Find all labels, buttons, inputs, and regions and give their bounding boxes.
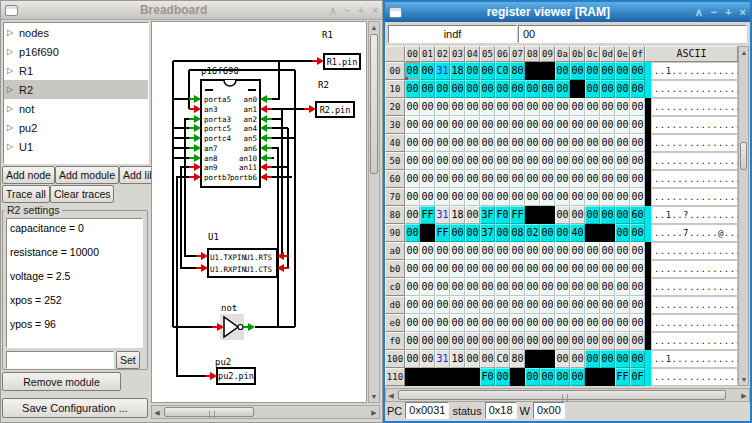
ram-cell-30-11[interactable]: 00 <box>570 116 585 134</box>
register-value-field[interactable]: 00 <box>518 25 747 43</box>
tree-item-pu2[interactable]: ▷pu2 <box>4 118 148 137</box>
ram-cell-70-12[interactable]: 00 <box>585 188 600 206</box>
ram-cell-50-10[interactable]: 00 <box>555 152 570 170</box>
ram-cell-90-3[interactable]: 00 <box>450 224 465 242</box>
maximize-icon[interactable]: + <box>358 5 364 16</box>
ram-cell-10-5[interactable]: 00 <box>480 80 495 98</box>
ram-cell-40-1[interactable]: 00 <box>420 134 435 152</box>
canvas-horizontal-scrollbar[interactable]: ◀ ▶ <box>151 405 380 419</box>
ram-cell-80-11[interactable]: 00 <box>570 206 585 224</box>
ram-cell-70-8[interactable]: 00 <box>525 188 540 206</box>
ram-cell-80-6[interactable]: F0 <box>495 206 510 224</box>
ram-cell-d0-14[interactable]: 00 <box>615 296 630 314</box>
ram-cell-a0-3[interactable]: 00 <box>450 242 465 260</box>
ram-cell-90-9[interactable]: 00 <box>540 224 555 242</box>
ram-cell-110-10[interactable]: 00 <box>555 368 570 386</box>
ram-cell-90-7[interactable]: 08 <box>510 224 525 242</box>
ram-cell-20-12[interactable]: 00 <box>585 98 600 116</box>
ram-cell-60-8[interactable]: 00 <box>525 170 540 188</box>
expander-icon[interactable]: ▷ <box>7 142 19 151</box>
ram-cell-c0-3[interactable]: 00 <box>450 278 465 296</box>
ram-cell-10-2[interactable]: 00 <box>435 80 450 98</box>
ram-cell-10-15[interactable]: 00 <box>630 80 645 98</box>
ram-cell-f0-7[interactable]: 00 <box>510 332 525 350</box>
ram-cell-d0-6[interactable]: 00 <box>495 296 510 314</box>
ram-cell-90-6[interactable]: 00 <box>495 224 510 242</box>
ram-cell-b0-3[interactable]: 00 <box>450 260 465 278</box>
ram-cell-100-2[interactable]: 31 <box>435 350 450 368</box>
ram-cell-100-9[interactable] <box>540 350 555 368</box>
ram-cell-20-13[interactable]: 00 <box>600 98 615 116</box>
ram-cell-c0-13[interactable]: 00 <box>600 278 615 296</box>
ram-cell-80-14[interactable]: 00 <box>615 206 630 224</box>
ram-cell-110-7[interactable] <box>510 368 525 386</box>
ram-cell-30-13[interactable]: 00 <box>600 116 615 134</box>
ram-cell-00-5[interactable]: 00 <box>480 62 495 80</box>
ram-cell-c0-2[interactable]: 00 <box>435 278 450 296</box>
scroll-down-icon[interactable]: ▼ <box>739 374 749 385</box>
ram-cell-a0-13[interactable]: 00 <box>600 242 615 260</box>
ram-cell-70-2[interactable]: 00 <box>435 188 450 206</box>
ram-cell-30-14[interactable]: 00 <box>615 116 630 134</box>
ram-cell-00-14[interactable]: 00 <box>615 62 630 80</box>
ram-cell-e0-2[interactable]: 00 <box>435 314 450 332</box>
ram-cell-a0-5[interactable]: 00 <box>480 242 495 260</box>
scroll-right-icon[interactable]: ▶ <box>739 390 749 401</box>
ram-cell-00-10[interactable]: 00 <box>555 62 570 80</box>
ram-cell-40-8[interactable]: 00 <box>525 134 540 152</box>
ram-cell-d0-2[interactable]: 00 <box>435 296 450 314</box>
ram-cell-f0-8[interactable]: 00 <box>525 332 540 350</box>
ram-cell-e0-14[interactable]: 00 <box>615 314 630 332</box>
breadboard-titlebar[interactable]: Breadboard ∧ − + × <box>1 1 382 20</box>
ram-cell-c0-4[interactable]: 00 <box>465 278 480 296</box>
ram-cell-f0-12[interactable]: 00 <box>585 332 600 350</box>
expander-icon[interactable]: ▷ <box>7 123 19 132</box>
ram-cell-e0-0[interactable]: 00 <box>405 314 420 332</box>
ram-cell-f0-4[interactable]: 00 <box>465 332 480 350</box>
ram-cell-70-1[interactable]: 00 <box>420 188 435 206</box>
ram-cell-b0-11[interactable]: 00 <box>570 260 585 278</box>
ram-cell-30-3[interactable]: 00 <box>450 116 465 134</box>
ram-cell-a0-6[interactable]: 00 <box>495 242 510 260</box>
clear-traces-button[interactable]: Clear traces <box>50 185 115 203</box>
ram-cell-e0-4[interactable]: 00 <box>465 314 480 332</box>
ram-cell-c0-10[interactable]: 00 <box>555 278 570 296</box>
ram-cell-b0-15[interactable]: 00 <box>630 260 645 278</box>
maximize-icon[interactable]: + <box>725 6 731 19</box>
ram-cell-80-15[interactable]: 60 <box>630 206 645 224</box>
tree-item-R1[interactable]: ▷R1 <box>4 61 148 80</box>
ram-cell-100-4[interactable]: 00 <box>465 350 480 368</box>
ram-cell-10-12[interactable]: 00 <box>585 80 600 98</box>
ram-cell-b0-9[interactable]: 00 <box>540 260 555 278</box>
ram-cell-f0-0[interactable]: 00 <box>405 332 420 350</box>
expander-icon[interactable]: ▷ <box>7 104 19 113</box>
scroll-up-icon[interactable]: ▲ <box>739 47 749 58</box>
ram-cell-90-2[interactable]: FF <box>435 224 450 242</box>
ram-cell-60-2[interactable]: 00 <box>435 170 450 188</box>
ram-cell-c0-0[interactable]: 00 <box>405 278 420 296</box>
ram-cell-110-9[interactable]: 00 <box>540 368 555 386</box>
ram-cell-70-5[interactable]: 00 <box>480 188 495 206</box>
ram-cell-70-0[interactable]: 00 <box>405 188 420 206</box>
ram-cell-80-12[interactable]: 00 <box>585 206 600 224</box>
ram-cell-d0-8[interactable]: 00 <box>525 296 540 314</box>
ram-cell-b0-5[interactable]: 00 <box>480 260 495 278</box>
ram-cell-90-11[interactable]: 40 <box>570 224 585 242</box>
ram-cell-10-0[interactable]: 00 <box>405 80 420 98</box>
ram-cell-80-5[interactable]: 3F <box>480 206 495 224</box>
ram-cell-f0-6[interactable]: 00 <box>495 332 510 350</box>
expander-icon[interactable]: ▷ <box>7 47 19 56</box>
ram-cell-100-0[interactable]: 00 <box>405 350 420 368</box>
ram-cell-e0-15[interactable]: 00 <box>630 314 645 332</box>
ram-cell-40-2[interactable]: 00 <box>435 134 450 152</box>
ram-cell-80-9[interactable] <box>540 206 555 224</box>
ram-cell-d0-9[interactable]: 00 <box>540 296 555 314</box>
scroll-right-icon[interactable]: ▶ <box>369 407 379 418</box>
ram-cell-e0-11[interactable]: 00 <box>570 314 585 332</box>
ram-cell-100-10[interactable]: 00 <box>555 350 570 368</box>
ram-cell-40-15[interactable]: 00 <box>630 134 645 152</box>
ram-cell-20-15[interactable]: 00 <box>630 98 645 116</box>
ram-cell-f0-13[interactable]: 00 <box>600 332 615 350</box>
tree-item-nodes[interactable]: ▷nodes <box>4 23 148 42</box>
ram-cell-90-5[interactable]: 37 <box>480 224 495 242</box>
